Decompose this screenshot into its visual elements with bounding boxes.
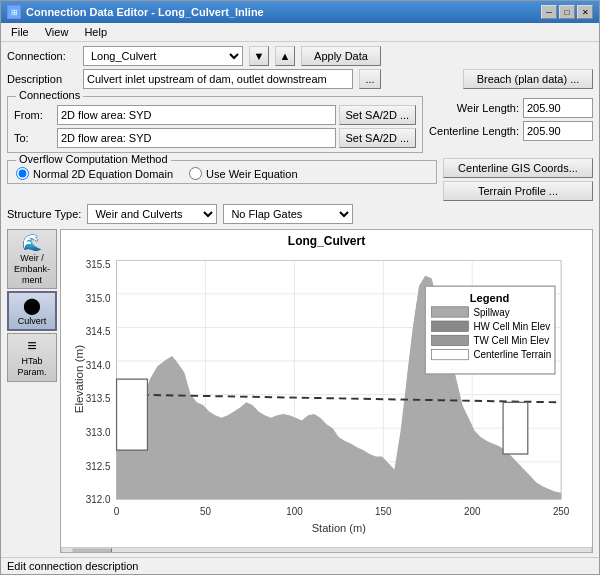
svg-text:Spillway: Spillway bbox=[473, 307, 510, 318]
svg-text:314.0: 314.0 bbox=[86, 360, 111, 371]
radio-normal-2d: Normal 2D Equation Domain bbox=[16, 167, 173, 180]
culvert-tab[interactable]: ⬤ Culvert bbox=[7, 291, 57, 331]
connections-group: Connections From: Set SA/2D ... To: Set … bbox=[7, 96, 423, 153]
connection-down-btn[interactable]: ▼ bbox=[249, 46, 269, 66]
close-button[interactable]: ✕ bbox=[577, 5, 593, 19]
svg-text:312.5: 312.5 bbox=[86, 460, 111, 471]
centerline-length-input[interactable] bbox=[523, 121, 593, 141]
svg-text:Elevation (m): Elevation (m) bbox=[73, 345, 85, 414]
to-label: To: bbox=[14, 132, 54, 144]
content-area: Connection: Long_Culvert ▼ ▲ Apply Data … bbox=[1, 42, 599, 557]
description-dots-btn[interactable]: ... bbox=[359, 69, 381, 89]
overflow-radio-row: Normal 2D Equation Domain Use Weir Equat… bbox=[16, 167, 428, 180]
flap-gates-select[interactable]: No Flap Gates bbox=[223, 204, 353, 224]
weir-tab-label: Weir /Embank-ment bbox=[14, 253, 50, 285]
htab-tab[interactable]: ≡ HTabParam. bbox=[7, 333, 57, 382]
overflow-group-label: Overflow Computation Method bbox=[16, 153, 171, 165]
title-bar-left: ⊞ Connection Data Editor - Long_Culvert_… bbox=[7, 5, 264, 19]
chart-container: Long_Culvert Elevation (m) bbox=[60, 229, 593, 553]
svg-text:Legend: Legend bbox=[470, 291, 510, 303]
svg-text:200: 200 bbox=[464, 506, 481, 517]
weir-length-row: Weir Length: bbox=[429, 98, 593, 118]
breach-button[interactable]: Breach (plan data) ... bbox=[463, 69, 593, 89]
main-area: 🌊 Weir /Embank-ment ⬤ Culvert ≡ HTabPara… bbox=[7, 229, 593, 553]
htab-tab-label: HTabParam. bbox=[17, 356, 46, 378]
side-tabs: 🌊 Weir /Embank-ment ⬤ Culvert ≡ HTabPara… bbox=[7, 229, 57, 553]
svg-text:TW Cell Min Elev: TW Cell Min Elev bbox=[473, 335, 550, 346]
menu-bar: File View Help bbox=[1, 23, 599, 42]
terrain-profile-btn[interactable]: Terrain Profile ... bbox=[443, 181, 593, 201]
svg-text:100: 100 bbox=[286, 506, 303, 517]
main-window: ⊞ Connection Data Editor - Long_Culvert_… bbox=[0, 0, 600, 575]
svg-rect-19 bbox=[503, 402, 528, 454]
description-row: Description ... Breach (plan data) ... bbox=[7, 69, 593, 89]
svg-text:315.5: 315.5 bbox=[86, 259, 111, 270]
svg-text:313.5: 313.5 bbox=[86, 393, 111, 404]
svg-rect-41 bbox=[431, 335, 468, 345]
to-sa2d-btn[interactable]: Set SA/2D ... bbox=[339, 128, 417, 148]
svg-text:313.0: 313.0 bbox=[86, 427, 111, 438]
structure-type-label: Structure Type: bbox=[7, 208, 81, 220]
structure-type-select[interactable]: Weir and Culverts bbox=[87, 204, 217, 224]
weir-length-label: Weir Length: bbox=[457, 102, 519, 114]
connection-select[interactable]: Long_Culvert bbox=[83, 46, 243, 66]
chart-title: Long_Culvert bbox=[61, 230, 592, 250]
htab-icon: ≡ bbox=[27, 337, 36, 355]
svg-text:150: 150 bbox=[375, 506, 392, 517]
svg-rect-43 bbox=[431, 349, 468, 359]
description-label: Description bbox=[7, 73, 77, 85]
culvert-icon: ⬤ bbox=[23, 296, 41, 315]
svg-text:Station (m): Station (m) bbox=[312, 521, 367, 533]
connection-up-btn[interactable]: ▲ bbox=[275, 46, 295, 66]
svg-text:314.5: 314.5 bbox=[86, 326, 111, 337]
weir-length-input[interactable] bbox=[523, 98, 593, 118]
status-bar: Edit connection description bbox=[1, 557, 599, 574]
chart-scrollbar-h[interactable] bbox=[61, 547, 592, 553]
from-label: From: bbox=[14, 109, 54, 121]
radio-normal-2d-input[interactable] bbox=[16, 167, 29, 180]
svg-rect-18 bbox=[117, 379, 148, 450]
svg-text:HW Cell Min Elev: HW Cell Min Elev bbox=[473, 321, 551, 332]
centerline-length-row: Centerline Length: bbox=[429, 121, 593, 141]
connections-group-label: Connections bbox=[16, 89, 83, 101]
menu-view[interactable]: View bbox=[37, 24, 77, 40]
scrollbar-thumb[interactable] bbox=[72, 548, 112, 553]
window-icon: ⊞ bbox=[7, 5, 21, 19]
centerline-length-label: Centerline Length: bbox=[429, 125, 519, 137]
connection-row: Connection: Long_Culvert ▼ ▲ Apply Data bbox=[7, 46, 593, 66]
svg-rect-37 bbox=[431, 307, 468, 317]
svg-text:Centerline Terrain: Centerline Terrain bbox=[473, 349, 551, 360]
culvert-tab-label: Culvert bbox=[18, 316, 47, 326]
menu-file[interactable]: File bbox=[3, 24, 37, 40]
menu-help[interactable]: Help bbox=[76, 24, 115, 40]
apply-data-button[interactable]: Apply Data bbox=[301, 46, 381, 66]
right-measurements: Weir Length: Centerline Length: bbox=[429, 98, 593, 141]
from-sa2d-btn[interactable]: Set SA/2D ... bbox=[339, 105, 417, 125]
radio-normal-2d-label: Normal 2D Equation Domain bbox=[33, 168, 173, 180]
connections-section: Connections From: Set SA/2D ... To: Set … bbox=[7, 92, 593, 153]
radio-weir-eq-input[interactable] bbox=[189, 167, 202, 180]
terrain-chart: Elevation (m) bbox=[61, 250, 592, 547]
weir-icon: 🌊 bbox=[22, 233, 42, 252]
radio-weir-eq: Use Weir Equation bbox=[189, 167, 298, 180]
description-input[interactable] bbox=[83, 69, 353, 89]
svg-text:250: 250 bbox=[553, 506, 570, 517]
status-text: Edit connection description bbox=[7, 560, 138, 572]
title-controls: ─ □ ✕ bbox=[541, 5, 593, 19]
svg-text:315.0: 315.0 bbox=[86, 292, 111, 303]
from-input[interactable] bbox=[57, 105, 336, 125]
gis-terrain-btns: Centerline GIS Coords... Terrain Profile… bbox=[443, 158, 593, 201]
radio-weir-eq-label: Use Weir Equation bbox=[206, 168, 298, 180]
title-bar: ⊞ Connection Data Editor - Long_Culvert_… bbox=[1, 1, 599, 23]
maximize-button[interactable]: □ bbox=[559, 5, 575, 19]
weir-tab[interactable]: 🌊 Weir /Embank-ment bbox=[7, 229, 57, 289]
overflow-group: Overflow Computation Method Normal 2D Eq… bbox=[7, 160, 437, 184]
to-input[interactable] bbox=[57, 128, 336, 148]
window-title: Connection Data Editor - Long_Culvert_In… bbox=[26, 6, 264, 18]
connection-label: Connection: bbox=[7, 50, 77, 62]
svg-text:312.0: 312.0 bbox=[86, 494, 111, 505]
minimize-button[interactable]: ─ bbox=[541, 5, 557, 19]
svg-rect-39 bbox=[431, 321, 468, 331]
svg-text:50: 50 bbox=[200, 506, 211, 517]
centerline-gis-btn[interactable]: Centerline GIS Coords... bbox=[443, 158, 593, 178]
